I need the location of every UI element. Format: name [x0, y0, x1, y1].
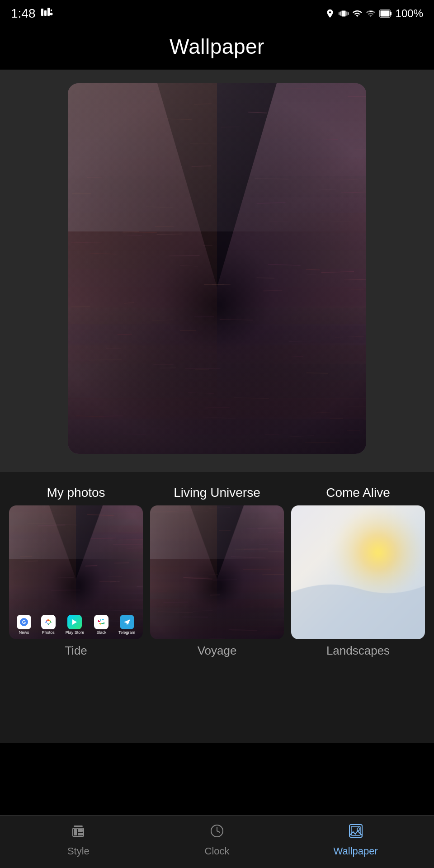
svg-rect-14	[98, 620, 99, 622]
app-icon-news: G News	[17, 615, 31, 635]
app-icon-telegram: Telegram	[118, 615, 135, 635]
living-universe-canvas	[150, 505, 284, 639]
svg-rect-17	[104, 622, 104, 624]
photos-icon	[41, 615, 56, 629]
wifi-icon	[352, 9, 362, 19]
location-icon	[325, 9, 335, 19]
svg-rect-24	[78, 829, 83, 832]
svg-rect-7	[380, 11, 389, 17]
battery-icon	[379, 9, 392, 19]
svg-point-31	[357, 828, 360, 830]
playstore-icon	[67, 615, 82, 629]
my-photos-label: My photos	[47, 486, 105, 500]
come-alive-thumb[interactable]	[291, 505, 425, 639]
news-label: News	[19, 630, 29, 635]
svg-rect-23	[74, 829, 77, 835]
vibrate-icon	[339, 9, 349, 19]
nav-style[interactable]: Style	[9, 823, 148, 857]
photos-label: Photos	[42, 630, 55, 635]
main-wallpaper-preview[interactable]	[68, 83, 366, 454]
app-icon-playstore: Play Store	[66, 615, 85, 635]
svg-text:G: G	[22, 619, 26, 625]
living-universe-thumb[interactable]	[150, 505, 284, 639]
wallpaper-icon	[348, 823, 364, 843]
living-universe-sub: Voyage	[198, 644, 237, 658]
main-preview-container	[0, 70, 434, 472]
clock-icon	[209, 823, 225, 843]
style-label: Style	[67, 845, 90, 857]
svg-rect-25	[78, 833, 83, 835]
app-icon-slack: Slack	[94, 615, 108, 635]
bottom-nav: Style Clock Wallpaper	[0, 815, 434, 868]
come-alive-sub: Landscapes	[326, 644, 390, 658]
status-bar: 1:48	[0, 0, 434, 25]
app-icons-row: G News	[9, 615, 143, 635]
svg-rect-6	[390, 12, 392, 15]
news-icon: G	[17, 615, 31, 629]
style-icon	[70, 823, 86, 843]
page-title: Wallpaper	[0, 34, 434, 59]
category-living-universe[interactable]: Living Universe Voyage	[150, 486, 284, 658]
app-icon-photos: Photos	[41, 615, 56, 635]
my-photos-thumb[interactable]: G News	[9, 505, 143, 639]
svg-rect-2	[47, 8, 50, 16]
svg-rect-20	[99, 623, 101, 624]
main-preview-canvas	[68, 83, 366, 454]
come-alive-label: Come Alive	[326, 486, 390, 500]
status-right: 100%	[325, 7, 423, 20]
svg-rect-21	[74, 826, 83, 827]
come-alive-canvas	[291, 505, 425, 639]
status-left: 1:48	[11, 6, 53, 21]
clock-label: Clock	[205, 845, 230, 857]
page-header: Wallpaper	[0, 25, 434, 70]
svg-rect-19	[100, 624, 101, 625]
svg-rect-15	[100, 619, 101, 621]
svg-rect-0	[41, 9, 43, 16]
telegram-label: Telegram	[118, 630, 135, 635]
telegram-icon	[120, 615, 134, 629]
nav-clock[interactable]: Clock	[148, 823, 287, 857]
signal-icon	[366, 9, 376, 19]
slack-label: Slack	[96, 630, 106, 635]
wallpaper-label: Wallpaper	[334, 845, 378, 857]
my-photos-sub: Tide	[65, 644, 87, 658]
svg-line-28	[217, 831, 220, 832]
svg-point-4	[50, 13, 52, 15]
status-time: 1:48	[11, 6, 36, 21]
nav-wallpaper[interactable]: Wallpaper	[286, 823, 425, 857]
svg-marker-12	[72, 619, 77, 625]
category-come-alive[interactable]: Come Alive Landscapes	[291, 486, 425, 658]
playstore-label: Play Store	[66, 630, 85, 635]
categories-row: My photos G News	[9, 486, 425, 658]
svg-point-11	[47, 621, 50, 623]
svg-rect-16	[102, 619, 104, 620]
slack-icon	[94, 615, 108, 629]
svg-rect-1	[44, 10, 47, 16]
svg-rect-18	[101, 623, 104, 624]
svg-rect-3	[51, 9, 52, 11]
fi-icon	[40, 6, 53, 21]
living-universe-label: Living Universe	[174, 486, 260, 500]
categories-section: My photos G News	[0, 472, 434, 743]
category-my-photos[interactable]: My photos G News	[9, 486, 143, 658]
battery-percentage: 100%	[396, 7, 423, 20]
